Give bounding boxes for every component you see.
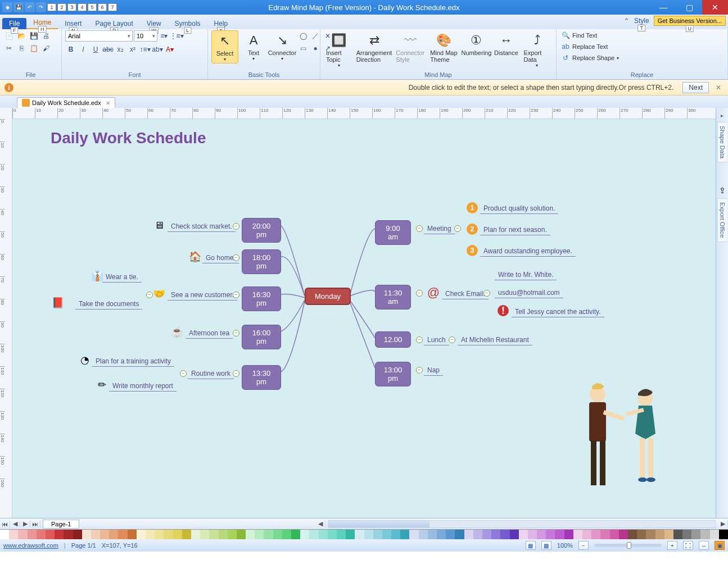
node-label-routine[interactable]: Routine work	[188, 368, 234, 379]
color-swatch[interactable]	[537, 530, 546, 539]
maximize-button[interactable]: ▢	[676, 0, 702, 15]
document-tab[interactable]: Daily Work Schedule.edx ✕	[17, 97, 115, 108]
color-swatch[interactable]	[328, 530, 337, 539]
cut-icon[interactable]: ✂	[3, 43, 15, 54]
color-swatch[interactable]	[255, 530, 264, 539]
tab-symbols[interactable]: SymbolsL	[168, 18, 207, 29]
align-icon[interactable]: ≡▾	[159, 30, 170, 42]
color-swatch[interactable]	[118, 530, 127, 539]
color-swatch[interactable]	[428, 530, 437, 539]
color-swatch[interactable]	[409, 530, 418, 539]
color-swatch[interactable]	[446, 530, 455, 539]
tab-pagelayout[interactable]: Page LayoutP	[88, 18, 139, 29]
qat-undo-icon[interactable]: ↶	[25, 2, 35, 12]
color-swatch[interactable]	[610, 530, 619, 539]
node-email-item-2[interactable]: usduu@hotmail.com	[495, 288, 563, 298]
node-time-l5[interactable]: 13:30 pm	[242, 365, 281, 390]
node-label-stock[interactable]: Check stock market.	[168, 221, 236, 232]
minimize-button[interactable]: —	[650, 0, 676, 15]
color-swatch[interactable]	[28, 530, 37, 539]
zoom-out-button[interactable]: −	[578, 541, 589, 550]
connector-tool[interactable]: ↘Connector▾	[269, 30, 296, 62]
node-lunch-item[interactable]: At Michelin Restaurant	[458, 335, 532, 345]
qat-save-icon[interactable]: 💾	[13, 2, 24, 12]
color-swatch[interactable]	[173, 530, 182, 539]
hscroll-thumb[interactable]	[328, 521, 429, 527]
color-swatch[interactable]	[237, 530, 246, 539]
color-swatch[interactable]	[146, 530, 155, 539]
node-customer-item-1[interactable]: Wear a tie.	[102, 272, 142, 283]
shape-rect-icon[interactable]: ▭	[297, 43, 309, 54]
color-swatch[interactable]	[300, 530, 309, 539]
page-tab[interactable]: Page-1	[43, 520, 79, 529]
color-swatch[interactable]	[319, 530, 328, 539]
zoom-slider-thumb[interactable]	[627, 542, 631, 549]
color-swatch[interactable]	[519, 530, 528, 539]
color-swatch[interactable]	[37, 530, 46, 539]
select-tool[interactable]: ↖Select▾	[211, 30, 238, 63]
color-swatch[interactable]	[155, 530, 164, 539]
collapse-icon[interactable]: −	[416, 367, 423, 374]
bold-button[interactable]: B	[65, 44, 76, 55]
color-swatch[interactable]	[346, 530, 355, 539]
color-swatch[interactable]	[573, 530, 582, 539]
underline-button[interactable]: U	[90, 44, 101, 55]
color-swatch[interactable]	[209, 530, 218, 539]
color-swatch[interactable]	[419, 530, 428, 539]
mindmap-title[interactable]: Daily Work Schedule	[51, 129, 206, 147]
node-label-tea[interactable]: Afternoon tea	[186, 328, 233, 339]
color-swatch[interactable]	[655, 530, 664, 539]
color-swatch[interactable]	[9, 530, 18, 539]
color-swatch[interactable]	[364, 530, 373, 539]
color-swatch[interactable]	[700, 530, 709, 539]
color-swatch[interactable]	[128, 530, 137, 539]
color-swatch[interactable]	[719, 530, 728, 539]
color-swatch[interactable]	[691, 530, 700, 539]
node-time-l4[interactable]: 16:00 pm	[242, 325, 281, 349]
hscroll-right-icon[interactable]: ▶	[718, 520, 728, 527]
export-office-icon[interactable]: ⇪	[719, 186, 726, 195]
tab-insert[interactable]: InsertN	[58, 18, 88, 29]
italic-button[interactable]: I	[78, 44, 89, 55]
color-swatch[interactable]	[437, 530, 446, 539]
node-email-item-3[interactable]: Tell Jessy cancel the activity.	[512, 307, 604, 317]
color-swatch[interactable]	[500, 530, 509, 539]
node-label-nap[interactable]: Nap	[424, 365, 443, 376]
color-swatch[interactable]	[100, 530, 109, 539]
node-label-email[interactable]: Check Email.	[442, 289, 489, 299]
export-data-button[interactable]: ⤴Export Data▾	[521, 30, 553, 69]
collapse-icon[interactable]: −	[449, 336, 455, 343]
numbering-button[interactable]: ①Numbering	[462, 30, 491, 57]
node-time-r1[interactable]: 9:00 am	[375, 220, 411, 245]
color-swatch[interactable]	[355, 530, 364, 539]
collapse-icon[interactable]: −	[416, 336, 423, 343]
superscript-button[interactable]: x²	[127, 44, 138, 55]
color-swatch[interactable]	[246, 530, 255, 539]
color-swatch[interactable]	[291, 530, 300, 539]
color-swatch[interactable]	[46, 530, 55, 539]
node-time-r2[interactable]: 11:30 am	[375, 285, 411, 310]
color-swatch[interactable]	[309, 530, 318, 539]
shape-line-icon[interactable]: ／	[310, 30, 321, 42]
color-swatch[interactable]	[64, 530, 73, 539]
node-time-r4[interactable]: 13:00 pm	[375, 362, 411, 386]
new-icon[interactable]: 📄	[3, 30, 15, 42]
color-swatch[interactable]	[337, 530, 346, 539]
node-email-item-1[interactable]: Write to Mr. White.	[495, 270, 557, 280]
close-button[interactable]: ✕	[702, 0, 728, 15]
color-swatch[interactable]	[673, 530, 682, 539]
replace-text-button[interactable]: abReplace Text	[560, 42, 620, 52]
collapse-icon[interactable]: −	[416, 225, 423, 232]
print-icon[interactable]: 🖨	[40, 30, 52, 42]
qat-redo-icon[interactable]: ↷	[36, 2, 46, 12]
color-swatch[interactable]	[137, 530, 146, 539]
color-swatch[interactable]	[528, 530, 537, 539]
page-prev-icon[interactable]: ◀	[10, 520, 20, 527]
color-swatch[interactable]	[82, 530, 91, 539]
tab-view[interactable]: ViewW	[140, 18, 168, 29]
zoom-in-button[interactable]: +	[667, 541, 677, 550]
node-routine-item-1[interactable]: Plan for a training activity	[92, 356, 174, 367]
subscript-button[interactable]: x₂	[115, 44, 126, 55]
color-swatch[interactable]	[264, 530, 273, 539]
color-swatch[interactable]	[18, 530, 27, 539]
